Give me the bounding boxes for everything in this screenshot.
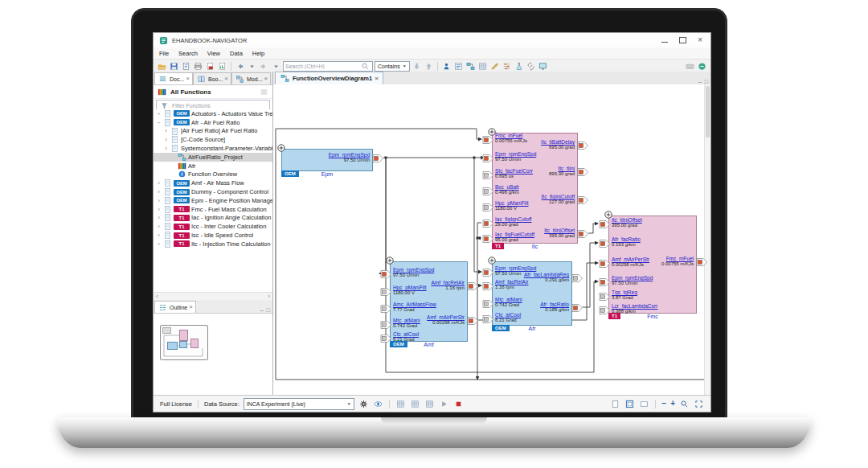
tab-function-overview-diagram[interactable]: FunctionOverviewDiagram1 × (275, 72, 383, 84)
tree-item[interactable]: Afr (154, 162, 272, 170)
calibration-icon[interactable] (502, 61, 512, 71)
signal-link[interactable]: Tqs_tqReq (612, 289, 637, 295)
report-icon[interactable] (217, 61, 227, 71)
open-diagram-icon[interactable] (465, 61, 476, 71)
signal-link[interactable]: Itc_tiInj (549, 166, 575, 171)
etas-icon[interactable] (697, 61, 707, 71)
port-in-itc_tiinjoffset[interactable] (599, 220, 610, 228)
expand-icon[interactable] (488, 257, 496, 265)
eye-button[interactable] (373, 399, 383, 408)
measurement-icon[interactable] (489, 61, 500, 71)
menu-item-file[interactable]: File (159, 50, 169, 57)
signal-link[interactable]: Iac_figIgnCutoff (495, 216, 531, 222)
expander-icon[interactable]: › (163, 136, 169, 143)
expand-icon[interactable] (386, 257, 394, 265)
signal-link[interactable]: Itc_tiInjOffset (544, 228, 575, 233)
signal-link[interactable]: Itc_tiBattDelay (541, 139, 575, 145)
arrow-up-icon[interactable] (424, 61, 434, 71)
port-out-amf_facrelair[interactable] (467, 282, 478, 290)
maximize-button[interactable] (679, 37, 686, 43)
tree-item[interactable]: ›OEMDummy - Component Control (154, 187, 272, 196)
menu-item-data[interactable]: Data (230, 50, 243, 57)
expander-icon[interactable]: › (156, 188, 162, 195)
tree-item[interactable]: ›OEMAfr - Air Fuel Ratio (154, 118, 272, 127)
diagram-canvas[interactable]: Epm_rpmEngSpd97.50 U/minOEMEpmFmc_mFuel0… (273, 84, 710, 395)
tree-item[interactable]: ›[Air Fuel Ratio] Air Fuel Ratio (154, 127, 272, 136)
tab-outline[interactable]: Outline × (154, 301, 196, 313)
back-icon[interactable] (235, 61, 245, 71)
block-epm[interactable]: Epm_rpmEngSpd97.50 U/minOEMEpm (281, 149, 373, 171)
tree-item[interactable]: ›T1Fmc - Fuel Mass Calculation (154, 205, 272, 214)
port-in-stc_facfuelcorr[interactable] (482, 171, 493, 179)
port-out-itc_tiinj[interactable] (577, 168, 588, 176)
port-in-bvc_ubatt[interactable] (482, 187, 493, 195)
layout-wide-button[interactable] (639, 399, 649, 408)
tree-item[interactable]: ›Systemconstant-Parameter-Variable-C (154, 144, 272, 153)
link-icon[interactable] (526, 61, 536, 71)
signal-link[interactable]: Amf_facRelAir (431, 280, 465, 285)
tree-item[interactable]: ›OEMEpm - Engine Position Managem (154, 196, 272, 205)
expander-icon[interactable]: › (156, 206, 162, 213)
tree-item[interactable]: ›T1Itc - Injection Time Calculation (154, 240, 272, 248)
navigator-icon[interactable] (441, 61, 452, 71)
port-in-mtc_atmani[interactable] (482, 300, 493, 308)
expander-icon[interactable]: › (156, 214, 162, 221)
port-in-mtc_atmani[interactable] (380, 321, 391, 329)
diagram-minimap[interactable] (160, 325, 208, 360)
signal-link[interactable]: Ctc_atCool (495, 312, 521, 318)
port-in-hpc_pmanifilt[interactable] (380, 288, 391, 296)
port-in-amf_facrelair[interactable] (482, 282, 493, 290)
port-in-fmc_mfuel[interactable] (482, 136, 493, 144)
expander-icon[interactable]: › (163, 145, 169, 152)
signal-link[interactable]: Epm_rpmEngSpd (495, 151, 536, 157)
expander-icon[interactable]: › (156, 110, 162, 117)
tab-close-icon[interactable]: × (224, 76, 228, 81)
port-in-hpc_pmanifilt[interactable] (482, 203, 493, 211)
signal-link[interactable]: Itc_figInjCutoff (542, 194, 575, 199)
caret-down-icon[interactable] (247, 61, 257, 71)
signal-link[interactable]: Epm_rpmEngSpd (612, 275, 653, 281)
tree-item[interactable]: ›OEMAmf - Air Mass Flow (154, 179, 272, 187)
port-out-epm_rpmengspd[interactable] (372, 154, 383, 162)
table-view-icon[interactable] (477, 61, 488, 71)
port-out-itc_tibattdelay[interactable] (577, 142, 588, 150)
signal-link[interactable]: Afr_facRatio (540, 302, 569, 307)
monitor-icon[interactable] (538, 61, 548, 71)
fit-to-screen-button[interactable] (694, 399, 704, 408)
port-in-amc_airmassflow[interactable] (380, 305, 391, 313)
document-icon[interactable] (181, 61, 191, 71)
menu-item-view[interactable]: View (207, 50, 220, 57)
signal-link[interactable]: Ctc_atCool (393, 331, 419, 337)
gear-button[interactable] (358, 399, 369, 408)
block-fmc[interactable]: Itc_tiInjOffset395.00 gradAfr_facRatio0.… (608, 216, 697, 314)
signal-link[interactable]: Amf_mAirPerStr (427, 314, 465, 320)
contains-dropdown[interactable]: Contains▼ (375, 61, 410, 72)
tree-item[interactable]: Function Overview (154, 170, 272, 179)
tree-item[interactable]: AirFuelRatio_Project (154, 153, 272, 162)
minimize-button[interactable] (661, 38, 668, 43)
signal-link[interactable]: Amc_AirMassFlow (393, 302, 436, 307)
expander-icon[interactable]: › (155, 120, 162, 125)
signal-link[interactable]: Hpc_pManiFilt (495, 200, 529, 206)
port-in-epm_rpmengspd[interactable] (380, 270, 391, 278)
canvas-vertical-scrollbar[interactable] (704, 84, 710, 395)
tree-item[interactable]: ›T1Icc - Inter Cooler Calculation (154, 222, 272, 231)
save-icon[interactable] (169, 61, 179, 71)
stop-button[interactable] (453, 399, 464, 408)
zoom-level-button[interactable] (679, 399, 690, 408)
table-view-button-1[interactable] (395, 399, 406, 408)
zoom-in-button[interactable]: + (670, 400, 675, 408)
signal-link[interactable]: Mtc_atMani (495, 297, 522, 302)
table-view-button-3[interactable] (424, 399, 435, 408)
port-in-iac_figfuelcutoff[interactable] (482, 235, 493, 243)
signal-link[interactable]: Fmc_mFuel (661, 256, 694, 261)
expand-icon[interactable] (277, 144, 285, 152)
signal-link[interactable]: Epm_rpmEngSpd (495, 265, 536, 271)
signal-link[interactable]: Hpc_pManiFilt (393, 285, 427, 290)
port-out-amf_mairperstr[interactable] (467, 317, 478, 325)
editor-tab-close-icon[interactable]: × (375, 76, 379, 81)
scroll-left-icon[interactable]: ‹ (156, 294, 158, 299)
zoom-out-button[interactable]: − (661, 400, 666, 408)
maximize-panel-icon[interactable]: □ (267, 307, 270, 313)
port-out-itc_tiinjoffset[interactable] (577, 230, 588, 238)
